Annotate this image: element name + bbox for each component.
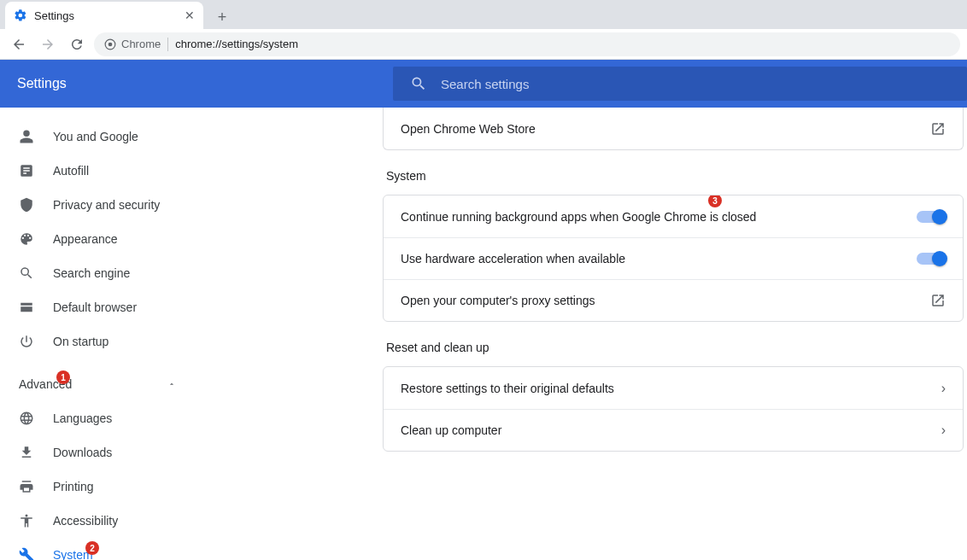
browser-tab[interactable]: Settings ✕ <box>5 2 203 29</box>
card-system: Continue running background apps when Go… <box>383 195 964 322</box>
sidebar-item-autofill[interactable]: Autofill <box>0 154 212 188</box>
sidebar-item-appearance[interactable]: Appearance <box>0 222 212 256</box>
sidebar-item-search-engine[interactable]: Search engine <box>0 256 212 290</box>
omnibox-url: chrome://settings/system <box>175 38 298 50</box>
annotation-badge-3: 3 <box>708 195 722 207</box>
search-icon <box>410 75 427 92</box>
settings-sidebar: You and Google Autofill Privacy and secu… <box>0 108 212 560</box>
search-placeholder: Search settings <box>441 77 529 91</box>
row-label: Clean up computer <box>401 423 501 437</box>
omnibox-divider <box>167 38 168 51</box>
sidebar-item-printing[interactable]: Printing <box>0 470 212 504</box>
sidebar-label: Default browser <box>53 300 137 314</box>
sidebar-item-downloads[interactable]: Downloads <box>0 435 212 470</box>
section-title-system: System <box>386 169 964 183</box>
site-chip: Chrome <box>104 38 161 50</box>
forward-button[interactable] <box>36 32 60 56</box>
svg-point-1 <box>108 42 113 46</box>
row-label: Use hardware acceleration when available <box>401 252 625 265</box>
chevron-right-icon: › <box>941 381 946 396</box>
row-label: Open your computer's proxy settings <box>401 294 595 307</box>
back-button[interactable] <box>7 32 31 56</box>
row-proxy-settings[interactable]: Open your computer's proxy settings <box>384 279 963 321</box>
annotation-badge-2: 2 <box>85 541 99 555</box>
sidebar-label: You and Google <box>53 130 138 143</box>
settings-title: Settings <box>17 76 376 91</box>
toggle-hardware-accel[interactable] <box>917 253 946 265</box>
settings-main: Open Chrome Web Store System Continue ru… <box>212 108 967 560</box>
chevron-right-icon: › <box>941 423 946 438</box>
sidebar-label: Autofill <box>53 164 89 178</box>
settings-gear-icon <box>14 9 27 22</box>
sidebar-item-system[interactable]: System 2 <box>0 538 212 560</box>
sidebar-item-default-browser[interactable]: Default browser <box>0 290 212 324</box>
row-label: Open Chrome Web Store <box>401 122 536 136</box>
browser-toolbar: Chrome chrome://settings/system <box>0 29 967 60</box>
sidebar-label: Search engine <box>53 266 130 280</box>
sidebar-item-on-startup[interactable]: On startup <box>0 324 212 359</box>
sidebar-item-you-and-google[interactable]: You and Google <box>0 120 212 154</box>
sidebar-item-accessibility[interactable]: Accessibility <box>0 504 212 538</box>
open-external-icon <box>930 121 946 137</box>
row-background-apps[interactable]: Continue running background apps when Go… <box>384 195 963 237</box>
chevron-up-icon <box>167 377 176 391</box>
row-label: Restore settings to their original defau… <box>401 382 614 395</box>
sidebar-label: Downloads <box>53 446 112 459</box>
close-tab-icon[interactable]: ✕ <box>185 9 195 22</box>
row-cleanup-computer[interactable]: Clean up computer › <box>384 409 963 451</box>
toggle-background-apps[interactable] <box>917 211 946 223</box>
search-settings-input[interactable]: Search settings <box>393 67 967 101</box>
row-label: Continue running background apps when Go… <box>401 210 756 224</box>
card-reset: Restore settings to their original defau… <box>383 366 964 452</box>
annotation-badge-1: 1 <box>56 370 70 384</box>
sidebar-label: Printing <box>53 480 93 493</box>
chrome-icon <box>104 38 116 50</box>
sidebar-label: On startup <box>53 335 108 348</box>
tab-title: Settings <box>34 9 74 22</box>
section-title-reset: Reset and clean up <box>386 341 964 354</box>
open-external-icon <box>930 293 946 308</box>
row-hardware-accel[interactable]: Use hardware acceleration when available <box>384 237 963 279</box>
sidebar-label: Languages <box>53 411 112 425</box>
sidebar-label: Privacy and security <box>53 198 160 212</box>
tab-strip: Settings ✕ + <box>0 0 967 29</box>
new-tab-button[interactable]: + <box>210 5 234 29</box>
row-open-web-store[interactable]: Open Chrome Web Store <box>384 108 963 149</box>
settings-header: Settings Search settings <box>0 60 967 108</box>
reload-button[interactable] <box>65 32 89 56</box>
sidebar-item-privacy[interactable]: Privacy and security <box>0 188 212 222</box>
omnibox[interactable]: Chrome chrome://settings/system <box>94 32 960 56</box>
sidebar-item-languages[interactable]: Languages <box>0 401 212 435</box>
row-restore-defaults[interactable]: Restore settings to their original defau… <box>384 367 963 409</box>
omnibox-label: Chrome <box>121 38 161 50</box>
sidebar-label: Appearance <box>53 232 118 246</box>
sidebar-label: Accessibility <box>53 514 118 528</box>
sidebar-advanced-toggle[interactable]: Advanced 1 <box>0 367 212 401</box>
